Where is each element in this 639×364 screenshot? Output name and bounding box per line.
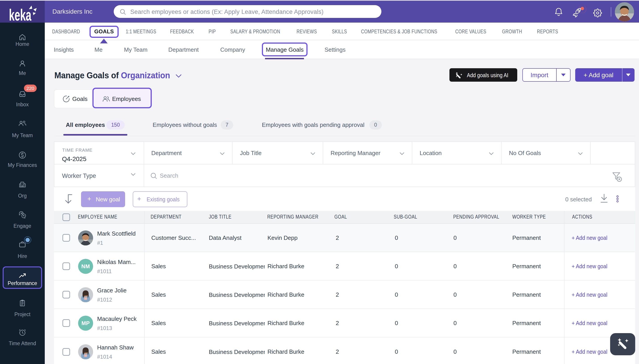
svg-text:keka: keka (9, 6, 32, 22)
